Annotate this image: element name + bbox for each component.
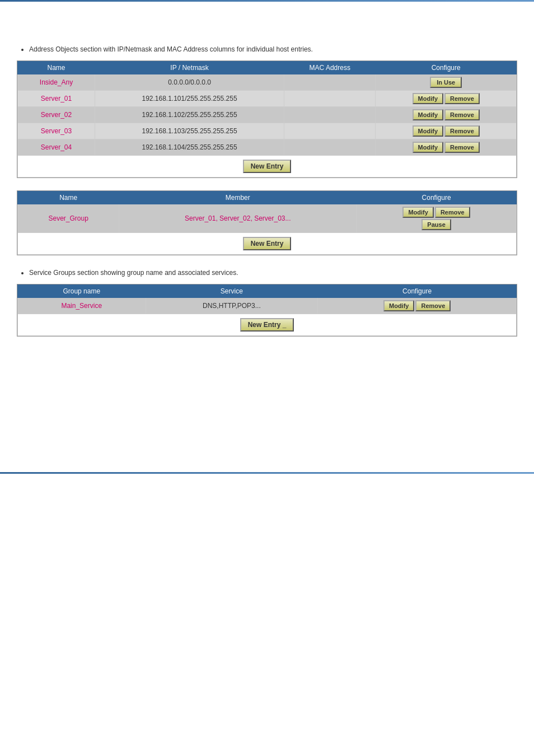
cell-name: Server_04 <box>18 139 95 156</box>
cell-ip: 0.0.0.0/0.0.0.0 <box>95 74 284 91</box>
address-groups-section: Name Member Configure Sever_Group Server… <box>17 190 517 255</box>
col-header-service: Service <box>146 285 318 298</box>
top-description-block <box>17 13 517 38</box>
table-row: Inside_Any 0.0.0.0/0.0.0.0 In Use <box>18 74 517 91</box>
cell-group-name: Main_Service <box>18 298 146 314</box>
modify-button[interactable]: Modify <box>413 142 443 153</box>
cell-name: Inside_Any <box>18 74 95 91</box>
cell-name: Server_02 <box>18 107 95 123</box>
table-row: Server_02 192.168.1.102/255.255.255.255 … <box>18 107 517 123</box>
cell-service: DNS,HTTP,POP3... <box>146 298 318 314</box>
cell-name: Server_01 <box>18 91 95 107</box>
address-groups-table-wrapper: Name Member Configure Sever_Group Server… <box>17 190 517 255</box>
bullet-3: Service Groups section showing group nam… <box>29 268 517 278</box>
modify-button[interactable]: Modify <box>413 93 443 104</box>
remove-button[interactable]: Remove <box>444 109 480 120</box>
modify-button[interactable]: Modify <box>413 125 443 137</box>
modify-button[interactable]: Modify <box>383 300 414 311</box>
cell-ip: 192.168.1.102/255.255.255.255 <box>95 107 284 123</box>
cell-mac <box>284 74 376 91</box>
cell-ip: 192.168.1.103/255.255.255.255 <box>95 123 284 139</box>
remove-button[interactable]: Remove <box>435 207 470 218</box>
remove-button[interactable]: Remove <box>415 300 451 311</box>
bullet-1: Address Objects section with IP/Netmask … <box>29 44 517 55</box>
service-groups-section: Group name Service Configure Main_Servic… <box>17 284 517 337</box>
cell-name: Server_03 <box>18 123 95 139</box>
service-groups-intro: Service Groups section showing group nam… <box>17 268 517 278</box>
cell-ip: 192.168.1.101/255.255.255.255 <box>95 91 284 107</box>
cell-mac <box>284 123 376 139</box>
cell-mac <box>284 91 376 107</box>
cell-configure: ModifyRemove <box>376 139 517 156</box>
col-header-group-name: Group name <box>18 285 146 298</box>
col-header-configure: Configure <box>318 285 517 298</box>
table-row: Main_Service DNS,HTTP,POP3... ModifyRemo… <box>18 298 517 314</box>
pause-button[interactable]: Pause <box>421 219 451 230</box>
top-desc-line1 <box>17 13 517 23</box>
new-entry-button-address-objects[interactable]: New Entry <box>243 160 292 173</box>
table-row: Server_01 192.168.1.101/255.255.255.255 … <box>18 91 517 107</box>
new-entry-row: New Entry <box>18 233 517 255</box>
remove-button[interactable]: Remove <box>444 142 480 153</box>
cell-configure: ModifyRemove <box>376 91 517 107</box>
new-entry-row: New Entry _ <box>18 314 517 336</box>
cell-name: Sever_Group <box>18 204 119 233</box>
bottom-border <box>0 472 534 474</box>
col-header-ip: IP / Netmask <box>95 62 284 74</box>
cell-mac <box>284 139 376 156</box>
address-objects-table-wrapper: Name IP / Netmask MAC Address Configure … <box>17 60 517 178</box>
in-use-button[interactable]: In Use <box>430 77 462 88</box>
modify-button[interactable]: Modify <box>413 109 443 120</box>
modify-button[interactable]: Modify <box>402 207 433 218</box>
remove-button[interactable]: Remove <box>444 125 480 137</box>
col-header-mac: MAC Address <box>284 62 376 74</box>
table-row: Server_03 192.168.1.103/255.255.255.255 … <box>18 123 517 139</box>
cell-configure: ModifyRemove <box>376 107 517 123</box>
new-entry-row: New Entry <box>18 156 517 178</box>
col-header-name: Name <box>18 62 95 74</box>
col-header-configure: Configure <box>376 62 517 74</box>
table-row: Server_04 192.168.1.104/255.255.255.255 … <box>18 139 517 156</box>
cell-configure: ModifyRemove <box>376 123 517 139</box>
cell-configure: In Use <box>376 74 517 91</box>
cell-mac <box>284 107 376 123</box>
cell-configure: ModifyRemove <box>318 298 517 314</box>
new-entry-button-address-groups[interactable]: New Entry <box>243 237 292 250</box>
cell-member: Server_01, Server_02, Server_03... <box>119 204 357 233</box>
table-row: Sever_Group Server_01, Server_02, Server… <box>18 204 517 233</box>
cell-ip: 192.168.1.104/255.255.255.255 <box>95 139 284 156</box>
service-groups-table: Group name Service Configure Main_Servic… <box>17 284 517 336</box>
col-header-configure: Configure <box>357 192 517 204</box>
address-objects-section: Address Objects section with IP/Netmask … <box>17 44 517 178</box>
address-groups-table: Name Member Configure Sever_Group Server… <box>17 191 517 255</box>
new-entry-button-service-groups[interactable]: New Entry _ <box>240 318 294 332</box>
cell-configure: ModifyRemove Pause <box>357 204 517 233</box>
col-header-member: Member <box>119 192 357 204</box>
col-header-name: Name <box>18 192 119 204</box>
top-desc-line2 <box>17 27 517 38</box>
remove-button[interactable]: Remove <box>444 93 480 104</box>
service-groups-table-wrapper: Group name Service Configure Main_Servic… <box>17 284 517 337</box>
address-objects-table: Name IP / Netmask MAC Address Configure … <box>17 61 517 178</box>
